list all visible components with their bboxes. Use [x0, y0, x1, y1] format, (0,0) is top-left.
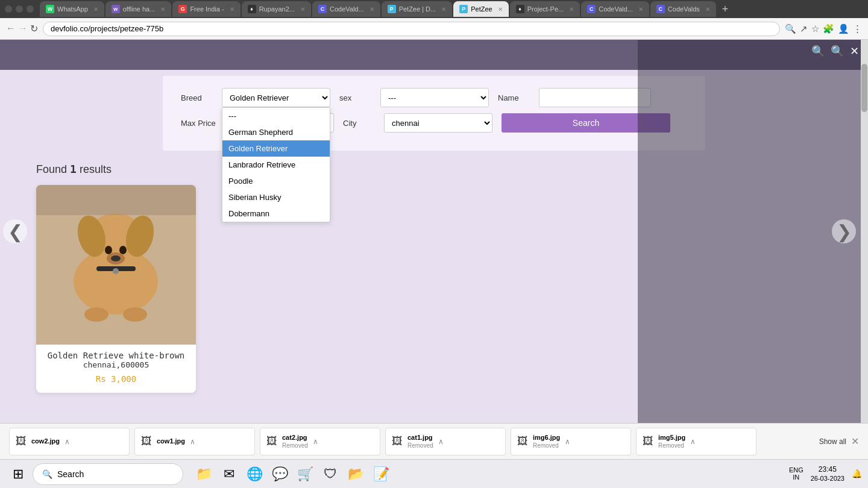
tab-rupayan[interactable]: ♦Rupayan2...✕ [242, 1, 311, 17]
results-count: 1 [70, 163, 77, 175]
breed-option-blank[interactable]: --- [222, 108, 330, 124]
taskbar-notification-icon[interactable]: 🔔 [852, 469, 862, 478]
taskbar-store-icon[interactable]: 🛒 [293, 462, 317, 486]
breed-option-poodle[interactable]: Poodle [222, 173, 330, 189]
tab-label-offline: offline ha... [123, 5, 156, 13]
download-chevron-2[interactable]: ∧ [313, 437, 318, 446]
download-item-2[interactable]: 🖼 cat2.jpg Removed ∧ [260, 428, 380, 455]
breed-select[interactable]: Golden Retriever [222, 88, 330, 107]
nav-arrow-right[interactable]: ❯ [832, 219, 856, 243]
start-button[interactable]: ⊞ [6, 462, 30, 486]
tab-codevalds2[interactable]: CCodeVald...✕ [581, 1, 649, 17]
breed-option-german[interactable]: German Shepherd [222, 124, 330, 140]
share-icon[interactable]: ↗ [800, 23, 808, 34]
window-search-icon-2[interactable]: 🔍 [831, 45, 844, 58]
tab-whatsapp[interactable]: WWhatsApp✕ [40, 1, 104, 17]
tab-close-rupayan[interactable]: ✕ [300, 6, 305, 13]
forward-button[interactable]: → [18, 23, 28, 34]
search-panel: Breed Golden Retriever --- German Shephe… [163, 76, 705, 151]
tab-codevalds1[interactable]: CCodeVald...✕ [312, 1, 380, 17]
download-item-5[interactable]: 🖼 img5.jpg Removed ∧ [636, 428, 756, 455]
download-chevron-0[interactable]: ∧ [64, 437, 70, 446]
tab-offline[interactable]: woffline ha...✕ [105, 1, 172, 17]
pet-card[interactable]: Golden Retrieve white-brown chennai,6000… [36, 185, 196, 393]
tab-close-codevalds1[interactable]: ✕ [370, 6, 374, 13]
download-chevron-1[interactable]: ∧ [190, 437, 195, 446]
scrollbar-thumb[interactable] [861, 64, 867, 112]
tab-close-project-pe[interactable]: ✕ [569, 6, 574, 13]
taskbar-antivirus-icon[interactable]: 🛡 [318, 462, 342, 486]
tab-petzee-d[interactable]: PPetZee | D...✕ [382, 1, 453, 17]
download-file-icon-3: 🖼 [392, 435, 403, 448]
breed-option-golden[interactable]: Golden Retriever [222, 140, 330, 157]
breed-label: Breed [181, 93, 217, 102]
download-item-0[interactable]: 🖼 cow2.jpg ∧ [9, 428, 130, 455]
tab-label-codevalds3: CodeValds [668, 5, 700, 13]
tab-freeindia[interactable]: GFree India -✕ [172, 1, 240, 17]
tab-petzee[interactable]: PPetZee✕ [453, 1, 508, 17]
scrollbar[interactable] [861, 40, 868, 423]
taskbar-chrome-icon[interactable]: 🌐 [242, 462, 266, 486]
taskbar-files-icon[interactable]: 📂 [344, 462, 368, 486]
name-input[interactable] [539, 88, 651, 107]
tab-project-pe[interactable]: ♦Project-Pe...✕ [510, 1, 580, 17]
show-all-button[interactable]: Show all [819, 437, 846, 446]
download-item-3[interactable]: 🖼 cat1.jpg Removed ∧ [385, 428, 506, 455]
right-overlay [638, 40, 861, 423]
svg-point-8 [111, 255, 121, 261]
download-bar-close[interactable]: ✕ [851, 436, 859, 447]
breed-option-dobermann[interactable]: Dobermann [222, 205, 330, 222]
download-chevron-3[interactable]: ∧ [438, 437, 444, 446]
tab-close-whatsapp[interactable]: ✕ [93, 6, 98, 13]
sex-select[interactable]: --- [380, 88, 489, 107]
tab-close-freeindia[interactable]: ✕ [230, 6, 234, 13]
svg-point-11 [84, 307, 108, 322]
window-close-icon[interactable]: ✕ [850, 45, 859, 58]
address-bar: ← → ↻ 🔍 ↗ ☆ 🧩 👤 ⋮ [0, 18, 868, 40]
breed-option-husky[interactable]: Siberian Husky [222, 189, 330, 205]
window-search-icon-1[interactable]: 🔍 [811, 45, 825, 58]
city-select[interactable]: chennai [384, 113, 492, 133]
new-tab-button[interactable]: + [717, 3, 734, 16]
tab-bar: WWhatsApp✕woffline ha...✕GFree India -✕♦… [40, 0, 863, 18]
tab-codevalds3[interactable]: CCodeValds✕ [650, 1, 716, 17]
tab-label-rupayan: Rupayan2... [259, 5, 295, 13]
reload-button[interactable]: ↻ [30, 23, 38, 34]
extensions-icon[interactable]: 🧩 [823, 23, 834, 34]
breed-option-lab[interactable]: Lanbrador Retrieve [222, 157, 330, 173]
tab-close-offline[interactable]: ✕ [160, 6, 165, 13]
taskbar-right: ENGIN 23:45 26-03-2023 🔔 [789, 465, 862, 483]
download-chevron-4[interactable]: ∧ [565, 437, 570, 446]
tab-close-petzee[interactable]: ✕ [498, 6, 503, 13]
tab-label-freeindia: Free India - [190, 5, 224, 13]
taskbar-app-icons: 📁 ✉ 🌐 💬 🛒 🛡 📂 📝 [192, 462, 393, 486]
taskbar-email-icon[interactable]: ✉ [217, 462, 241, 486]
taskbar-search-box[interactable]: 🔍 Search [33, 463, 183, 485]
city-label: City [343, 119, 379, 128]
taskbar-teams-icon[interactable]: 💬 [268, 462, 292, 486]
tab-close-codevalds3[interactable]: ✕ [705, 6, 710, 13]
tab-close-petzee-d[interactable]: ✕ [441, 6, 446, 13]
svg-point-6 [119, 246, 127, 254]
taskbar-explorer-icon[interactable]: 📁 [192, 462, 216, 486]
download-file-icon-5: 🖼 [643, 435, 653, 448]
svg-rect-13 [36, 185, 196, 215]
menu-icon[interactable]: ⋮ [853, 23, 862, 34]
address-input[interactable] [43, 22, 780, 36]
main-content: Breed Golden Retriever --- German Shephe… [0, 40, 868, 423]
back-button[interactable]: ← [6, 23, 16, 34]
nav-buttons: ← → ↻ [6, 23, 38, 34]
pet-card-image [36, 185, 196, 345]
download-item-1[interactable]: 🖼 cow1.jpg ∧ [134, 428, 255, 455]
download-item-text-1: cow1.jpg [157, 437, 185, 445]
search-icon[interactable]: 🔍 [785, 23, 796, 34]
nav-arrow-left[interactable]: ❮ [3, 219, 27, 243]
bookmark-icon[interactable]: ☆ [811, 23, 819, 34]
profile-icon[interactable]: 👤 [838, 23, 849, 34]
download-chevron-5[interactable]: ∧ [690, 437, 696, 446]
taskbar-notes-icon[interactable]: 📝 [369, 462, 393, 486]
breed-dropdown-list[interactable]: --- German Shepherd Golden Retriever Lan… [222, 107, 330, 222]
download-item-text-5: img5.jpg Removed [658, 433, 685, 449]
download-item-4[interactable]: 🖼 img6.jpg Removed ∧ [511, 428, 631, 455]
tab-close-codevalds2[interactable]: ✕ [638, 6, 643, 13]
